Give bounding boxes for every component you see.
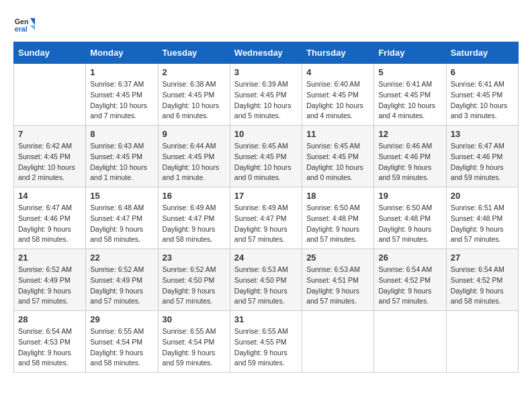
- day-number: 26: [378, 253, 441, 263]
- day-info: Sunrise: 6:44 AMSunset: 4:45 PMDaylight:…: [163, 141, 226, 183]
- day-number: 2: [163, 67, 226, 77]
- calendar-cell: 23Sunrise: 6:52 AMSunset: 4:50 PMDayligh…: [158, 249, 230, 311]
- calendar-cell: 11Sunrise: 6:45 AMSunset: 4:45 PMDayligh…: [302, 126, 374, 187]
- calendar-cell: 31Sunrise: 6:55 AMSunset: 4:55 PMDayligh…: [230, 311, 302, 373]
- calendar-cell: 18Sunrise: 6:50 AMSunset: 4:48 PMDayligh…: [302, 187, 374, 249]
- logo: Gen eral: [13, 13, 38, 35]
- day-info: Sunrise: 6:42 AMSunset: 4:45 PMDaylight:…: [18, 141, 81, 183]
- calendar-cell: 27Sunrise: 6:54 AMSunset: 4:52 PMDayligh…: [446, 249, 518, 311]
- day-number: 12: [378, 129, 441, 139]
- page-header: Gen eral: [13, 13, 519, 35]
- day-number: 18: [306, 191, 369, 201]
- calendar-cell: 26Sunrise: 6:54 AMSunset: 4:52 PMDayligh…: [374, 249, 446, 311]
- header-cell-thursday: Thursday: [302, 42, 374, 64]
- calendar-cell: 30Sunrise: 6:55 AMSunset: 4:54 PMDayligh…: [158, 311, 230, 373]
- day-info: Sunrise: 6:39 AMSunset: 4:45 PMDaylight:…: [234, 79, 298, 122]
- day-info: Sunrise: 6:48 AMSunset: 4:47 PMDaylight:…: [90, 203, 153, 245]
- day-number: 1: [90, 67, 153, 77]
- day-info: Sunrise: 6:45 AMSunset: 4:45 PMDaylight:…: [234, 141, 298, 183]
- day-number: 11: [306, 129, 369, 139]
- day-info: Sunrise: 6:53 AMSunset: 4:51 PMDaylight:…: [306, 265, 369, 307]
- day-number: 13: [451, 129, 514, 139]
- calendar-cell: 21Sunrise: 6:52 AMSunset: 4:49 PMDayligh…: [14, 249, 86, 311]
- calendar-cell: 14Sunrise: 6:47 AMSunset: 4:46 PMDayligh…: [14, 187, 86, 249]
- day-number: 7: [18, 129, 81, 139]
- calendar-cell: 19Sunrise: 6:50 AMSunset: 4:48 PMDayligh…: [374, 187, 446, 249]
- day-info: Sunrise: 6:41 AMSunset: 4:45 PMDaylight:…: [378, 79, 441, 122]
- calendar-cell: 2Sunrise: 6:38 AMSunset: 4:45 PMDaylight…: [158, 64, 230, 126]
- day-number: 29: [90, 314, 153, 324]
- day-info: Sunrise: 6:37 AMSunset: 4:45 PMDaylight:…: [90, 79, 153, 122]
- svg-marker-3: [30, 26, 35, 30]
- calendar-cell: 28Sunrise: 6:54 AMSunset: 4:53 PMDayligh…: [14, 311, 86, 373]
- day-info: Sunrise: 6:43 AMSunset: 4:45 PMDaylight:…: [90, 141, 153, 183]
- day-info: Sunrise: 6:55 AMSunset: 4:54 PMDaylight:…: [90, 326, 153, 369]
- day-info: Sunrise: 6:52 AMSunset: 4:49 PMDaylight:…: [90, 265, 153, 307]
- calendar-cell: 7Sunrise: 6:42 AMSunset: 4:45 PMDaylight…: [14, 126, 86, 187]
- calendar-body: 1Sunrise: 6:37 AMSunset: 4:45 PMDaylight…: [14, 64, 519, 373]
- day-info: Sunrise: 6:53 AMSunset: 4:50 PMDaylight:…: [234, 265, 298, 307]
- day-info: Sunrise: 6:52 AMSunset: 4:49 PMDaylight:…: [18, 265, 81, 307]
- day-info: Sunrise: 6:52 AMSunset: 4:50 PMDaylight:…: [163, 265, 226, 307]
- calendar-cell: 22Sunrise: 6:52 AMSunset: 4:49 PMDayligh…: [86, 249, 158, 311]
- day-number: 6: [451, 67, 514, 77]
- calendar-row-4: 28Sunrise: 6:54 AMSunset: 4:53 PMDayligh…: [14, 311, 519, 373]
- day-info: Sunrise: 6:54 AMSunset: 4:52 PMDaylight:…: [378, 265, 441, 307]
- day-info: Sunrise: 6:41 AMSunset: 4:45 PMDaylight:…: [451, 79, 514, 122]
- calendar-cell: 24Sunrise: 6:53 AMSunset: 4:50 PMDayligh…: [230, 249, 302, 311]
- day-number: 28: [18, 314, 81, 324]
- day-number: 19: [378, 191, 441, 201]
- day-number: 9: [163, 129, 226, 139]
- day-number: 21: [18, 253, 81, 263]
- calendar-cell: 12Sunrise: 6:46 AMSunset: 4:46 PMDayligh…: [374, 126, 446, 187]
- calendar-cell: 9Sunrise: 6:44 AMSunset: 4:45 PMDaylight…: [158, 126, 230, 187]
- calendar-cell: 4Sunrise: 6:40 AMSunset: 4:45 PMDaylight…: [302, 64, 374, 126]
- calendar-header: SundayMondayTuesdayWednesdayThursdayFrid…: [14, 42, 519, 64]
- calendar-cell: 16Sunrise: 6:49 AMSunset: 4:47 PMDayligh…: [158, 187, 230, 249]
- calendar-cell: 5Sunrise: 6:41 AMSunset: 4:45 PMDaylight…: [374, 64, 446, 126]
- day-number: 23: [163, 253, 226, 263]
- day-info: Sunrise: 6:54 AMSunset: 4:52 PMDaylight:…: [451, 265, 514, 307]
- day-number: 20: [451, 191, 514, 201]
- day-number: 14: [18, 191, 81, 201]
- day-info: Sunrise: 6:38 AMSunset: 4:45 PMDaylight:…: [163, 79, 226, 122]
- calendar-row-1: 7Sunrise: 6:42 AMSunset: 4:45 PMDaylight…: [14, 126, 519, 187]
- day-number: 3: [234, 67, 298, 77]
- calendar-cell: 8Sunrise: 6:43 AMSunset: 4:45 PMDaylight…: [86, 126, 158, 187]
- calendar-cell: 6Sunrise: 6:41 AMSunset: 4:45 PMDaylight…: [446, 64, 518, 126]
- calendar-cell: 3Sunrise: 6:39 AMSunset: 4:45 PMDaylight…: [230, 64, 302, 126]
- day-number: 5: [378, 67, 441, 77]
- day-number: 30: [163, 314, 226, 324]
- header-row: SundayMondayTuesdayWednesdayThursdayFrid…: [14, 42, 519, 64]
- day-number: 24: [234, 253, 298, 263]
- day-info: Sunrise: 6:49 AMSunset: 4:47 PMDaylight:…: [234, 203, 298, 245]
- calendar-row-0: 1Sunrise: 6:37 AMSunset: 4:45 PMDaylight…: [14, 64, 519, 126]
- header-cell-wednesday: Wednesday: [230, 42, 302, 64]
- day-info: Sunrise: 6:49 AMSunset: 4:47 PMDaylight:…: [163, 203, 226, 245]
- day-number: 27: [451, 253, 514, 263]
- day-number: 4: [306, 67, 369, 77]
- svg-marker-2: [30, 18, 35, 26]
- calendar-cell: 13Sunrise: 6:47 AMSunset: 4:46 PMDayligh…: [446, 126, 518, 187]
- day-info: Sunrise: 6:55 AMSunset: 4:55 PMDaylight:…: [234, 326, 298, 369]
- day-number: 25: [306, 253, 369, 263]
- calendar-row-2: 14Sunrise: 6:47 AMSunset: 4:46 PMDayligh…: [14, 187, 519, 249]
- calendar-cell: 17Sunrise: 6:49 AMSunset: 4:47 PMDayligh…: [230, 187, 302, 249]
- day-info: Sunrise: 6:46 AMSunset: 4:46 PMDaylight:…: [378, 141, 441, 183]
- header-cell-tuesday: Tuesday: [158, 42, 230, 64]
- calendar-cell: [302, 311, 374, 373]
- day-number: 15: [90, 191, 153, 201]
- day-info: Sunrise: 6:47 AMSunset: 4:46 PMDaylight:…: [18, 203, 81, 245]
- day-number: 31: [234, 314, 298, 324]
- calendar-cell: [14, 64, 86, 126]
- calendar-cell: 20Sunrise: 6:51 AMSunset: 4:48 PMDayligh…: [446, 187, 518, 249]
- day-info: Sunrise: 6:54 AMSunset: 4:53 PMDaylight:…: [18, 326, 81, 369]
- calendar-cell: 10Sunrise: 6:45 AMSunset: 4:45 PMDayligh…: [230, 126, 302, 187]
- day-info: Sunrise: 6:40 AMSunset: 4:45 PMDaylight:…: [306, 79, 369, 122]
- day-info: Sunrise: 6:51 AMSunset: 4:48 PMDaylight:…: [451, 203, 514, 245]
- calendar-row-3: 21Sunrise: 6:52 AMSunset: 4:49 PMDayligh…: [14, 249, 519, 311]
- header-cell-friday: Friday: [374, 42, 446, 64]
- day-info: Sunrise: 6:50 AMSunset: 4:48 PMDaylight:…: [378, 203, 441, 245]
- day-number: 16: [163, 191, 226, 201]
- day-number: 8: [90, 129, 153, 139]
